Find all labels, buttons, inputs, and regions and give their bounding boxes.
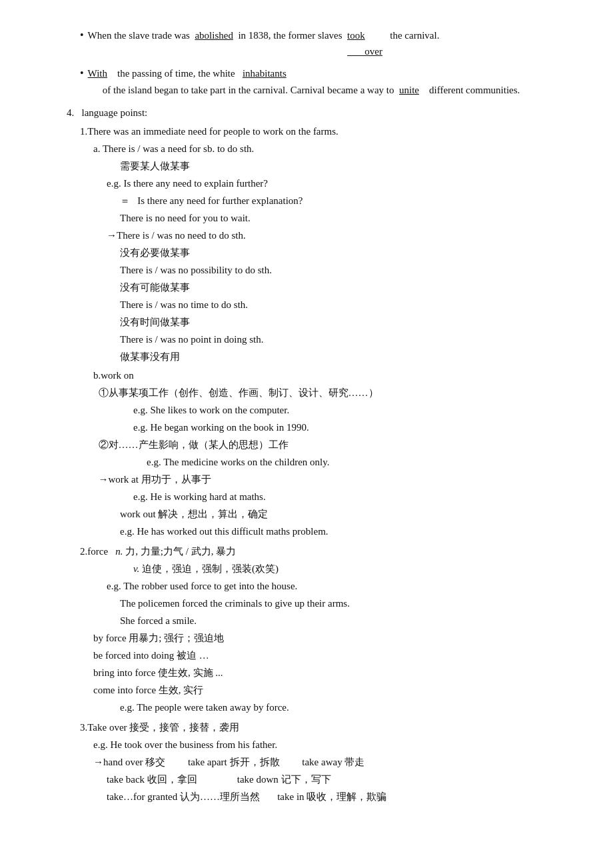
sub3-title: 3.Take over 接受，接管，接替，袭用 [80,719,573,735]
subsection-2: 2.force n. 力, 力量;力气 / 武力, 暴力 v. 迫使，强迫，强制… [67,543,573,715]
bullet-1-line: • When the slave trade was abolished in … [80,27,573,59]
bullet-2-unite: unite [399,82,419,98]
bullet-1-text-1: When the slave trade was [88,27,195,43]
sub2-eg4: e.g. The people were taken away by force… [80,699,573,715]
b-arrow1: →work at 用功于，从事于 [93,471,573,487]
sub3-arrow: →hand over 移交 take apart 拆开，拆散 take away… [80,754,573,770]
b-item1-header: ①从事某项工作（创作、创造、作画、制订、设计、研究……） [93,385,573,401]
sub1-c4: 做某事没有用 [80,349,573,365]
sub1-a-chinese1: 需要某人做某事 [80,158,573,174]
sub2-eg2: The policemen forced the criminals to gi… [80,595,573,611]
sub3-take-for: take…for granted 认为……理所当然 take in 吸收，理解，… [80,789,573,805]
sub2-phrase4: come into force 生效, 实行 [80,682,573,698]
sub1-eq: ＝ Is there any need for further explanat… [80,193,573,209]
sub2-eg3: She forced a smile. [80,613,573,629]
sub1-arrow1: →There is / was no need to do sth. [80,227,573,243]
sub1-title: 1.There was an immediate need for people… [80,123,573,139]
section-4-label: 4. language poinst: [67,107,147,118]
sub2-verb: v. 迫使，强迫，强制，强装(欢笑) [80,561,573,577]
sub2-title: 2.force n. 力, 力量;力气 / 武力, 暴力 [80,543,573,559]
b-item1-eg1: e.g. She likes to work on the computer. [93,402,573,418]
bullet-dot-2: • [80,65,84,82]
bullet-2-line: • With the passing of time, the white in… [80,65,573,98]
b-workout: work out 解决，想出，算出，确定 [93,506,573,522]
sub1-b-content: ①从事某项工作（创作、创造、作画、制订、设计、研究……） e.g. She li… [67,385,573,539]
sub3-take-back: take back 收回，拿回 take down 记下，写下 [80,771,573,787]
sub1-b-header: b.work on [67,367,573,383]
bullet-1-text-3: the carnival. [382,27,439,43]
sub1-p3: There is / was no point in doing sth. [80,331,573,347]
sub2-eg1: e.g. The robber used force to get into t… [80,578,573,594]
sub1-a-header: a. There is / was a need for sb. to do s… [80,141,573,157]
sub1-p1: There is / was no possibility to do sth. [80,262,573,278]
sub1-eg2: There is no need for you to wait. [80,210,573,226]
subsection-3: 3.Take over 接受，接管，接替，袭用 e.g. He took ove… [67,719,573,805]
sub3-eg1: e.g. He took over the business from his … [80,737,573,753]
bullet-2-text-1: the passing of time, the white [107,65,243,81]
bullet-dot-1: • [80,27,84,44]
sub1-p2: There is / was no time to do sth. [80,297,573,313]
b-item2-eg: e.g. The medicine works on the children … [93,454,573,470]
bullet-2-section: • With the passing of time, the white in… [67,65,573,98]
main-content: • When the slave trade was abolished in … [67,27,573,805]
sub2-phrase1: by force 用暴力; 强行；强迫地 [80,630,573,646]
sub1-eg1: e.g. Is there any need to explain furthe… [80,175,573,191]
b-eg-arrow1: e.g. He is working hard at maths. [93,489,573,505]
bullet-1-abolished: abolished [195,27,233,43]
bullet-2-inhabitants: inhabitants [243,65,287,81]
bullet-2-with: With [88,65,107,81]
sub1-c3: 没有时间做某事 [80,314,573,330]
bullet-2-text-2: of the island began to take part in the … [80,82,399,98]
bullet-1-took-over: took over [347,27,382,59]
sub1-c1: 没有必要做某事 [80,245,573,261]
bullet-1-section: • When the slave trade was abolished in … [67,27,573,59]
bullet-1-text-2: in 1838, the former slaves [233,27,347,43]
sub2-phrase3: bring into force 使生效, 实施 ... [80,665,573,681]
section-4-header: 4. language poinst: [67,105,573,121]
subsection-1: 1.There was an immediate need for people… [67,123,573,365]
sub1-c2: 没有可能做某事 [80,279,573,295]
sub2-phrase2: be forced into doing 被迫 … [80,647,573,663]
b-eg-workout: e.g. He has worked out this difficult ma… [93,523,573,539]
bullet-2-text-3: different communities. [419,82,520,98]
b-item1-eg2: e.g. He began working on the book in 199… [93,419,573,435]
b-item2-header: ②对……产生影响，做（某人的思想）工作 [93,437,573,453]
